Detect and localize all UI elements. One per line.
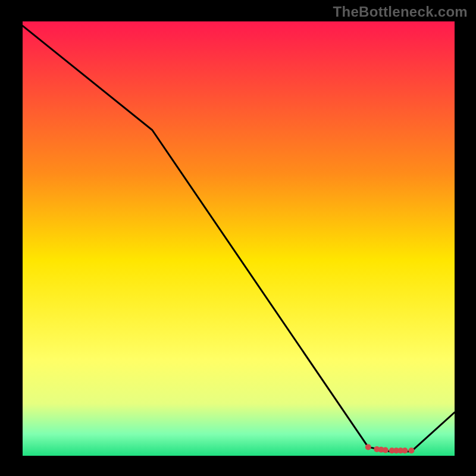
plot-background: [23, 21, 455, 456]
watermark: TheBottleneck.com: [333, 4, 468, 20]
plot-svg: [0, 0, 476, 476]
marker-point: [408, 447, 414, 453]
marker-point: [402, 447, 408, 453]
chart-frame: TheBottleneck.com: [0, 0, 476, 476]
marker-point: [365, 444, 371, 450]
marker-point: [383, 447, 389, 453]
